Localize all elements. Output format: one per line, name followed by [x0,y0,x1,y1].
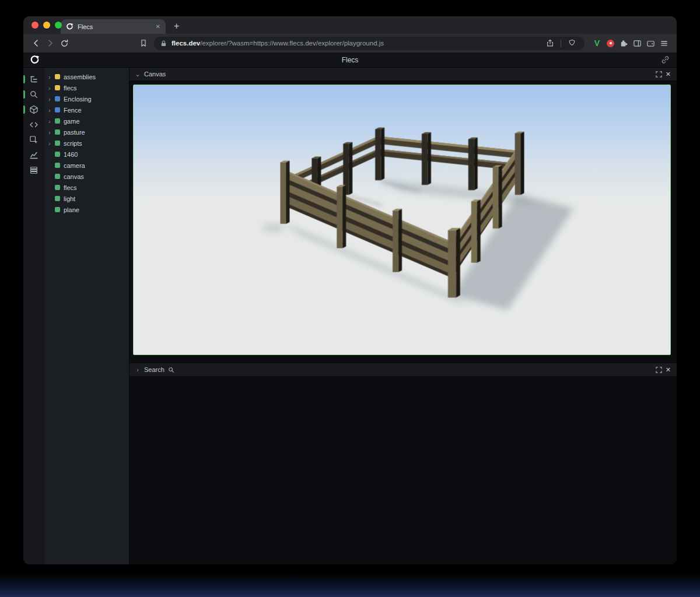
entity-kind-swatch [55,174,60,179]
browser-toolbar: flecs.dev/explorer/?wasm=https://www.fle… [23,34,677,52]
search-collapse-chevron-icon[interactable]: › [135,366,141,373]
url-path: /explorer/?wasm=https://www.flecs.dev/ex… [200,40,384,47]
entity-label: pasture [64,129,85,136]
tree-item-flecs[interactable]: flecs [44,182,129,193]
entity-kind-swatch [55,141,60,146]
browser-tab-strip: Flecs ✕ + [23,16,677,34]
tables-icon[interactable] [23,163,44,178]
entity-label: camera [64,162,85,169]
close-window-button[interactable] [32,22,38,29]
reload-button[interactable] [57,36,71,50]
search-panel-body [130,376,677,564]
search-expand-icon[interactable] [656,367,662,373]
app-title: Flecs [23,56,677,64]
expand-chevron-icon[interactable]: › [48,73,54,80]
new-tab-button[interactable]: + [174,22,179,31]
tree-item-game[interactable]: ›game [44,115,129,127]
tree-item-canvas[interactable]: canvas [44,171,129,182]
entity-label: 1460 [64,151,78,158]
expand-chevron-icon[interactable]: › [48,140,54,147]
code-icon[interactable] [23,117,44,132]
search-icon[interactable] [23,87,44,102]
canvas-expand-icon[interactable] [656,71,662,78]
expand-chevron-icon[interactable]: › [48,129,54,136]
entity-label: assemblies [64,73,96,80]
entity-label: Fence [64,107,82,114]
tab-favicon-flecs-logo [66,23,74,30]
entity-kind-swatch [55,152,60,157]
entity-kind-swatch [55,85,60,90]
expand-chevron-icon[interactable]: › [48,118,54,125]
tree-item-flecs[interactable]: ›flecs [44,82,129,93]
tree-item-scripts[interactable]: ›scripts [44,138,129,149]
inspector-icon[interactable] [23,132,44,148]
flecs-logo-icon[interactable] [30,55,40,65]
share-icon[interactable] [543,37,556,50]
entity-kind-swatch [55,163,60,168]
canvas-viewport[interactable] [133,85,671,355]
entity-label: flecs [64,184,77,191]
red-extension-icon[interactable] [604,37,617,50]
canvas-cube-icon[interactable] [23,102,44,117]
entity-tree: ›assemblies›flecs›Enclosing›Fence›game›p… [44,68,130,564]
tree-item-camera[interactable]: camera [44,160,129,171]
browser-window: Flecs ✕ + flecs.dev/explorer/?wasm=https… [23,16,677,564]
entity-kind-swatch [55,118,60,124]
window-controls [32,22,62,29]
wallet-icon[interactable] [644,37,657,50]
back-button[interactable] [29,36,43,50]
url-domain: flecs.dev [172,40,200,47]
entity-kind-swatch [55,196,60,201]
tab-close-icon[interactable]: ✕ [156,23,160,30]
entity-label: flecs [64,85,77,92]
canvas-close-icon[interactable]: ✕ [666,71,671,78]
tree-item-pasture[interactable]: ›pasture [44,127,129,138]
canvas-panel-header: ⌄ Canvas ✕ [130,68,677,80]
entity-label: canvas [64,173,84,180]
tree-item-light[interactable]: light [44,193,129,204]
tree-item-1460[interactable]: 1460 [44,149,129,160]
tree-item-Enclosing[interactable]: ›Enclosing [44,93,129,104]
desktop-background-strip [0,574,700,597]
entity-kind-swatch [55,185,60,190]
entity-label: light [64,195,75,202]
entity-tree-icon[interactable] [23,72,44,87]
canvas-collapse-chevron-icon[interactable]: ⌄ [135,71,141,78]
side-toolbar [23,68,44,564]
expand-chevron-icon[interactable]: › [48,96,54,103]
sidebar-icon[interactable] [631,37,644,50]
link-icon[interactable] [661,55,670,64]
app-main: ›assemblies›flecs›Enclosing›Fence›game›p… [23,68,677,564]
content-area: ⌄ Canvas ✕ [130,68,677,564]
fence-3d-scene [134,85,670,354]
tree-item-Fence[interactable]: ›Fence [44,104,129,115]
search-panel-header: › Search ✕ [130,363,677,376]
menu-icon[interactable] [657,37,671,50]
canvas-panel-title: Canvas [144,71,166,78]
extensions-puzzle-icon[interactable] [617,37,631,50]
zoom-window-button[interactable] [55,22,62,29]
entity-kind-swatch [55,107,60,113]
entity-kind-swatch [55,96,60,101]
entity-kind-swatch [55,74,60,79]
search-close-icon[interactable]: ✕ [666,366,671,374]
expand-chevron-icon[interactable]: › [48,107,54,114]
minimize-window-button[interactable] [43,22,50,29]
entity-label: scripts [64,140,82,147]
forward-button[interactable] [43,36,57,50]
stats-icon[interactable] [23,148,44,163]
expand-chevron-icon[interactable]: › [48,85,54,92]
tree-item-assemblies[interactable]: ›assemblies [44,71,129,82]
tree-item-plane[interactable]: plane [44,204,129,215]
toolbar-separator [561,40,561,47]
url-bar[interactable]: flecs.dev/explorer/?wasm=https://www.fle… [154,37,584,50]
brave-shield-icon[interactable] [565,37,579,50]
entity-kind-swatch [55,129,60,135]
lock-icon [160,40,167,47]
entity-label: Enclosing [64,96,92,103]
browser-tab-flecs[interactable]: Flecs ✕ [61,19,166,34]
bookmark-icon[interactable] [136,36,150,50]
tab-title: Flecs [78,23,152,30]
url-text: flecs.dev/explorer/?wasm=https://www.fle… [172,40,539,47]
v-extension-icon[interactable]: V [590,37,604,50]
